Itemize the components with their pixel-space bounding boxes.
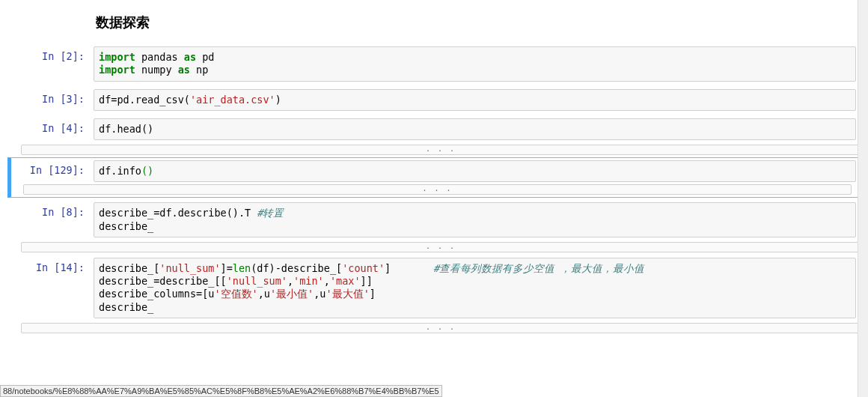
paren: () (141, 165, 153, 177)
code-input[interactable]: describe_=df.describe().T #转置 describe_ (94, 202, 856, 237)
section-heading: 数据探索 (96, 0, 861, 42)
code-cell-selected[interactable]: In [129]: df.info() (7, 157, 861, 185)
string-literal: '空值数' (214, 288, 257, 300)
code-text: ,u (258, 288, 270, 300)
code-text: describe_ (99, 220, 153, 232)
output-collapsed[interactable]: . . . (21, 145, 861, 155)
code-text: describe_=describe_[[ (99, 275, 227, 287)
code-cell[interactable]: In [2]: import pandas as pd import numpy… (7, 43, 861, 85)
comment: #转置 (257, 207, 284, 219)
code-text: df.head() (99, 123, 153, 135)
keyword: import (99, 51, 135, 63)
code-text: describe_ (99, 301, 153, 313)
code-text: ,u (314, 288, 326, 300)
code-input[interactable]: df.head() (94, 118, 856, 140)
notebook-container: 数据探索 In [2]: import pandas as pd import … (0, 0, 868, 333)
string-literal: '最大值' (326, 288, 370, 300)
cell-prompt: In [14]: (15, 258, 94, 318)
code-text: ] (370, 288, 376, 300)
code-text: , (287, 275, 293, 287)
code-text: describe_[ (99, 262, 159, 274)
code-text: numpy (135, 64, 178, 76)
code-text: df=pd.read_csv( (99, 94, 190, 106)
code-cell[interactable]: In [4]: df.head() (7, 115, 861, 143)
keyword: as (178, 64, 190, 76)
output-collapsed[interactable]: . . . (21, 242, 861, 252)
comment: #查看每列数据有多少空值 ，最大值，最小值 (433, 262, 644, 274)
code-input[interactable]: import pandas as pd import numpy as np (94, 46, 856, 82)
cell-prompt: In [3]: (15, 89, 94, 111)
cell-prompt: In [8]: (15, 202, 94, 237)
code-input[interactable]: df=pd.read_csv('air_data.csv') (94, 89, 856, 111)
keyword: import (99, 64, 135, 76)
code-text: pd (196, 51, 214, 63)
code-text: ]= (221, 262, 233, 274)
code-text: ) (275, 94, 281, 106)
output-collapsed[interactable]: . . . (21, 323, 861, 333)
code-text: df.info (99, 165, 141, 177)
code-cell[interactable]: In [3]: df=pd.read_csv('air_data.csv') (7, 86, 861, 114)
string-literal: 'min' (293, 275, 324, 287)
builtin: len (233, 262, 251, 274)
code-text: pandas (135, 51, 184, 63)
code-cell[interactable]: In [8]: describe_=df.describe().T #转置 de… (7, 199, 861, 240)
code-input[interactable]: df.info() (94, 160, 856, 182)
string-literal: 'count' (342, 262, 385, 274)
code-cell[interactable]: In [14]: describe_['null_sum']=len(df)-d… (7, 255, 861, 321)
string-literal: 'air_data.csv' (190, 94, 275, 106)
cell-prompt: In [4]: (15, 118, 94, 140)
code-text: ] (385, 262, 433, 274)
code-text: describe_=df.describe().T (99, 207, 257, 219)
cell-prompt: In [2]: (15, 46, 94, 82)
code-text: np (190, 64, 208, 76)
string-literal: 'null_sum' (159, 262, 220, 274)
scrollbar-track[interactable] (858, 0, 868, 336)
cell-prompt: In [129]: (15, 160, 94, 182)
string-literal: '最小值' (270, 288, 314, 300)
code-text: ]] (361, 275, 373, 287)
code-text: , (324, 275, 330, 287)
keyword: as (184, 51, 196, 63)
output-collapsed[interactable]: . . . (23, 184, 852, 195)
code-input[interactable]: describe_['null_sum']=len(df)-describe_[… (94, 258, 856, 318)
code-text: describe_columns=[u (99, 288, 214, 300)
string-literal: 'max' (330, 275, 361, 287)
code-text: (df)-describe_[ (251, 262, 342, 274)
string-literal: 'null_sum' (227, 275, 287, 287)
